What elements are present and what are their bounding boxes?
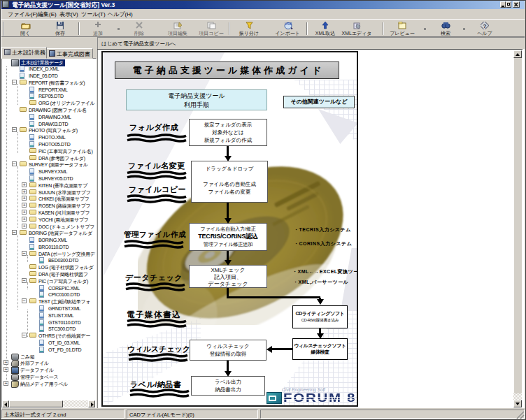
svg-text:USB: USB [285, 22, 292, 26]
svg-text:?: ? [483, 23, 487, 29]
